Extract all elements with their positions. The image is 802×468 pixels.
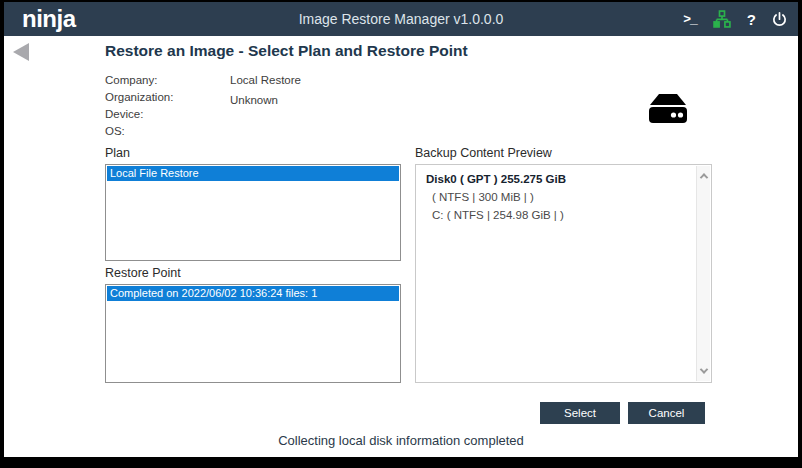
status-text: Collecting local disk information comple… xyxy=(4,433,798,448)
info-value-os xyxy=(230,125,301,137)
plan-listbox[interactable]: Local File Restore xyxy=(105,164,401,261)
titlebar: ninja Image Restore Manager v1.0.0.0 >_ … xyxy=(4,2,798,36)
chevron-up-icon xyxy=(700,173,708,181)
info-label-company: Company: xyxy=(105,74,230,86)
info-value-company: Local Restore xyxy=(230,74,301,86)
scroll-up-button[interactable] xyxy=(697,168,711,184)
restore-point-list-item[interactable]: Completed on 2022/06/02 10:36:24 files: … xyxy=(107,286,399,301)
scroll-down-button[interactable] xyxy=(697,363,711,379)
power-icon[interactable] xyxy=(771,11,788,28)
restore-point-label: Restore Point xyxy=(105,266,181,280)
hard-drive-icon xyxy=(644,87,692,135)
preview-disk-line: Disk0 ( GPT ) 255.275 GiB xyxy=(426,173,711,185)
info-value-organization: Unknown xyxy=(230,94,301,106)
back-button[interactable] xyxy=(13,43,35,63)
chevron-down-icon xyxy=(700,365,708,373)
plan-list-item[interactable]: Local File Restore xyxy=(107,166,399,181)
info-label-os: OS: xyxy=(105,125,230,137)
preview-scrollbar[interactable] xyxy=(696,166,710,381)
select-button[interactable]: Select xyxy=(540,402,620,424)
backup-preview-label: Backup Content Preview xyxy=(415,146,552,160)
info-label-device: Device: xyxy=(105,108,230,120)
backup-preview-panel[interactable]: Disk0 ( GPT ) 255.275 GiB ( NTFS | 300 M… xyxy=(415,164,712,383)
restore-point-listbox[interactable]: Completed on 2022/06/02 10:36:24 files: … xyxy=(105,284,401,383)
info-label-organization: Organization: xyxy=(105,91,230,103)
preview-volume-line: C: ( NTFS | 254.98 GiB | ) xyxy=(432,209,711,221)
preview-partition-line: ( NTFS | 300 MiB | ) xyxy=(432,191,711,203)
network-icon[interactable] xyxy=(712,9,732,29)
back-arrow-icon xyxy=(13,43,29,61)
page-title: Restore an Image - Select Plan and Resto… xyxy=(105,42,468,60)
app-window: ninja Image Restore Manager v1.0.0.0 >_ … xyxy=(0,0,802,468)
window-title: Image Restore Manager v1.0.0.0 xyxy=(4,2,798,36)
titlebar-actions: >_ ? xyxy=(683,2,788,36)
terminal-icon[interactable]: >_ xyxy=(683,12,697,27)
info-value-device xyxy=(230,108,301,120)
device-info-block: Company: Local Restore Organization: Unk… xyxy=(105,74,301,137)
plan-label: Plan xyxy=(105,146,130,160)
help-icon[interactable]: ? xyxy=(747,11,756,28)
cancel-button[interactable]: Cancel xyxy=(628,402,705,424)
